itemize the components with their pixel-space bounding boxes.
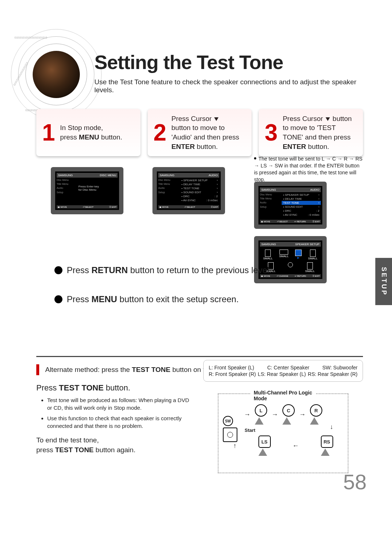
step-number: 3	[265, 121, 278, 144]
osd-testtone-selected: SAMSUNGAUDIO Disc MenuTitle MenuAudioSet…	[254, 182, 327, 229]
speaker-rs-icon: RS	[321, 436, 333, 448]
cursor-down-icon	[326, 117, 330, 121]
steps-row: 1 In Stop mode, press MENU button. 2 Pre…	[36, 109, 363, 156]
test-tone-note: The test tone will be sent to L → C → R …	[254, 155, 363, 183]
osd-speaker-setup: SAMSUNGSPEAKER SETUP SMALL SMALL ▶ SMALL…	[254, 236, 327, 283]
speaker-ls-icon: LS	[258, 436, 271, 448]
cursor-down-icon	[214, 117, 219, 121]
step-text: In Stop mode,	[60, 124, 103, 131]
speaker-r-icon: R	[310, 404, 322, 417]
step-2: 2 Press Cursor button to move to 'Audio'…	[148, 109, 252, 156]
diagram-start-label: Start	[245, 428, 256, 433]
return-instruction: Press RETURN button to return to the pre…	[54, 265, 271, 275]
page-title: Setting the Test Tone	[94, 51, 283, 73]
step-number: 1	[42, 121, 55, 144]
speaker-legend: L: Front Speaker (L)C: Center SpeakerSW:…	[203, 360, 363, 382]
step-3: 3 Press Cursor button to move to 'TEST T…	[259, 109, 363, 156]
step-1: 1 In Stop mode, press MENU button.	[36, 109, 140, 156]
speaker-c-icon: C	[282, 404, 295, 417]
page-number: 58	[343, 470, 367, 494]
osd-audio-menu: SAMSUNGAUDIO Disc MenuTitle MenuAudioSet…	[152, 167, 225, 214]
menu-exit-instruction: Press MENU button to exit the setup scre…	[54, 294, 239, 304]
alternate-method-panel: Alternate method: press the TEST TONE bu…	[36, 356, 363, 490]
speaker-graphic: 01010101010101010101010 0101010101010101…	[11, 29, 102, 120]
accent-bar	[36, 364, 39, 375]
osd-disc-menu: SAMSUNGDISC MENU Disc MenuTitle MenuAudi…	[51, 167, 123, 214]
speaker-sw-icon: SW	[223, 416, 233, 426]
speaker-flow-diagram: Multi-Channel Pro Logic Mode → L → C → R…	[218, 393, 348, 473]
test-tone-bullets: Test tone will be produced as follows: W…	[47, 396, 192, 430]
page-subtitle: Use the Test Tone feature to check the s…	[94, 78, 370, 94]
step-number: 2	[154, 121, 167, 144]
section-tab-setup: SETUP	[375, 258, 392, 305]
speaker-l-icon: L	[255, 404, 267, 417]
